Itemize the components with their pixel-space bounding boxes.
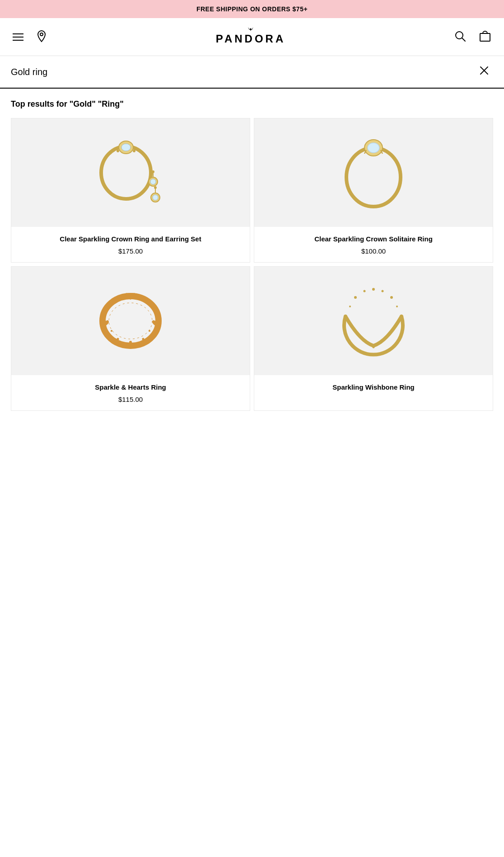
product-card-3[interactable]: Sparkle & Hearts Ring $115.00 (11, 266, 250, 411)
svg-point-17 (153, 195, 158, 200)
product-image-crown-solitaire (254, 118, 493, 227)
svg-point-10 (117, 150, 119, 152)
banner-text: FREE SHIPPING ON ORDERS $75+ (196, 5, 308, 13)
svg-text:PANDORA: PANDORA (216, 33, 286, 45)
product-card-2[interactable]: Clear Sparkling Crown Solitaire Ring $10… (254, 118, 493, 263)
product-card-1[interactable]: Clear Sparkling Crown Ring and Earring S… (11, 118, 250, 263)
menu-button[interactable] (11, 32, 25, 42)
product-name-4: Sparkling Wishbone Ring (260, 382, 487, 392)
svg-point-26 (129, 341, 132, 344)
svg-point-28 (142, 338, 145, 340)
product-image-crown-ring-earring (11, 118, 250, 227)
hearts-ring-svg (85, 276, 176, 366)
product-info-2: Clear Sparkling Crown Solitaire Ring $10… (254, 227, 493, 262)
svg-point-15 (152, 170, 154, 173)
product-info-4: Sparkling Wishbone Ring (254, 375, 493, 403)
svg-point-11 (133, 150, 135, 152)
promo-banner[interactable]: FREE SHIPPING ON ORDERS $75+ (0, 0, 504, 18)
clear-search-button[interactable] (475, 63, 493, 80)
product-name-2: Clear Sparkling Crown Solitaire Ring (260, 234, 487, 244)
svg-point-20 (346, 148, 401, 207)
svg-point-35 (382, 290, 384, 292)
header-left (11, 28, 49, 46)
svg-point-37 (349, 306, 351, 307)
svg-rect-4 (480, 33, 490, 41)
search-input[interactable] (11, 67, 475, 77)
product-card-4[interactable]: Sparkling Wishbone Ring (254, 266, 493, 411)
svg-point-13 (150, 179, 156, 184)
svg-point-22 (368, 143, 379, 153)
crown-solitaire-svg (328, 127, 419, 218)
svg-point-19 (154, 186, 157, 189)
svg-point-38 (396, 306, 398, 307)
hamburger-icon (13, 33, 23, 41)
product-info-3: Sparkle & Hearts Ring $115.00 (11, 375, 250, 410)
search-icon (454, 30, 466, 42)
product-price-1: $175.00 (17, 247, 244, 255)
crown-ring-earring-svg (85, 127, 176, 218)
search-bar[interactable] (0, 56, 504, 89)
svg-point-7 (101, 146, 151, 199)
svg-point-34 (372, 288, 375, 291)
svg-point-40 (379, 342, 381, 344)
search-button[interactable] (453, 28, 468, 45)
product-name-1: Clear Sparkling Crown Ring and Earring S… (17, 234, 244, 244)
product-name-3: Sparkle & Hearts Ring (17, 382, 244, 392)
location-button[interactable] (34, 28, 49, 46)
svg-line-3 (462, 38, 465, 41)
cart-icon (479, 30, 491, 42)
location-icon (36, 30, 47, 42)
wishbone-ring-svg (328, 276, 419, 366)
svg-point-33 (364, 290, 366, 292)
close-icon (479, 65, 490, 76)
svg-point-41 (373, 346, 375, 348)
product-info-1: Clear Sparkling Crown Ring and Earring S… (11, 227, 250, 262)
svg-point-25 (103, 296, 159, 346)
svg-point-9 (121, 144, 131, 151)
svg-point-36 (390, 296, 393, 299)
product-price-3: $115.00 (17, 396, 244, 403)
pandora-logo-svg: PANDORA (205, 25, 296, 45)
svg-point-27 (117, 338, 119, 340)
product-price-2: $100.00 (260, 247, 487, 255)
header-right (453, 28, 493, 46)
header: PANDORA (0, 18, 504, 56)
results-title: Top results for "Gold" "Ring" (11, 99, 493, 109)
svg-point-29 (111, 330, 112, 332)
product-image-wishbone-ring (254, 267, 493, 375)
product-image-hearts-ring (11, 267, 250, 375)
svg-point-31 (109, 303, 152, 339)
svg-point-39 (366, 342, 368, 344)
svg-point-32 (354, 296, 357, 299)
cart-button[interactable] (477, 28, 493, 46)
results-section: Top results for "Gold" "Ring" (0, 89, 504, 411)
product-grid: Clear Sparkling Crown Ring and Earring S… (11, 118, 493, 411)
svg-point-0 (40, 33, 43, 36)
brand-logo[interactable]: PANDORA (49, 25, 453, 48)
